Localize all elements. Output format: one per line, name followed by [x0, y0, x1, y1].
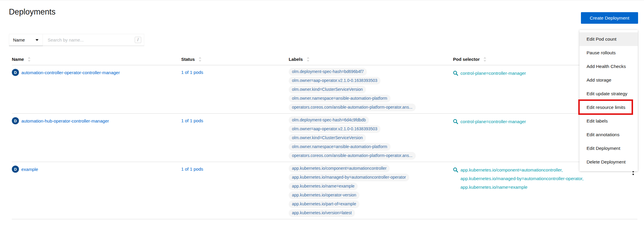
- search-input[interactable]: [44, 37, 135, 42]
- create-deployment-button[interactable]: Create Deployment: [581, 12, 638, 24]
- label-pill[interactable]: olm.owner.namespace=ansible-automation-p…: [289, 95, 391, 102]
- menu-item-delete-deployment[interactable]: Delete Deployment: [579, 155, 638, 169]
- column-header-name[interactable]: Name: [12, 57, 181, 62]
- label-pill[interactable]: app.kubernetes.io/name=example: [289, 182, 358, 190]
- status-cell: 1 of 1 pods: [181, 166, 289, 172]
- label-pill[interactable]: app.kubernetes.io/component=automationco…: [289, 165, 390, 172]
- column-header-label: Name: [12, 57, 24, 62]
- pod-selector-line: control-plane=controller-manager: [460, 117, 526, 126]
- column-header-label: Labels: [289, 57, 303, 62]
- search-box: /: [43, 34, 144, 46]
- table-header-row: NameStatusLabelsPod selector: [12, 57, 637, 65]
- table-row: Dexample1 of 1 podsapp.kubernetes.io/com…: [12, 162, 637, 219]
- pod-selector-link[interactable]: control-plane=controller-manager: [460, 69, 526, 77]
- menu-item-edit-update-strategy[interactable]: Edit update strategy: [579, 87, 638, 101]
- pod-selector-link[interactable]: control-plane=controller-manager: [460, 117, 526, 126]
- filter-toolbar: Name /: [9, 34, 144, 46]
- menu-item-edit-labels[interactable]: Edit labels: [579, 114, 638, 128]
- menu-item-edit-deployment[interactable]: Edit Deployment: [579, 142, 638, 155]
- deployments-table: NameStatusLabelsPod selector Dautomation…: [12, 57, 637, 219]
- label-pill[interactable]: olm.deployment-spec-hash=6d4c9fdbdb: [289, 116, 369, 124]
- table-row: Dautomation-hub-operator-controller-mana…: [12, 114, 637, 162]
- pods-status-link[interactable]: 1 of 1 pods: [181, 70, 203, 75]
- search-icon: [453, 71, 458, 77]
- actions-dropdown-menu: Edit Pod countPause rolloutsAdd Health C…: [579, 30, 638, 171]
- menu-item-edit-resource-limits-highlighted[interactable]: Edit resource limits: [579, 101, 638, 114]
- label-pill[interactable]: olm.owner.kind=ClusterServiceVersion: [289, 134, 366, 142]
- label-pill[interactable]: app.kubernetes.io/version=latest: [289, 209, 355, 217]
- filter-type-dropdown[interactable]: Name: [9, 34, 43, 46]
- deployment-name-link[interactable]: automation-controller-operator-controlle…: [21, 70, 120, 75]
- table-row: Dautomation-controller-operator-controll…: [12, 65, 637, 114]
- sort-icon[interactable]: [27, 57, 31, 62]
- status-cell: 1 of 1 pods: [181, 117, 289, 123]
- menu-item-edit-annotations[interactable]: Edit annotations: [579, 128, 638, 142]
- label-pill[interactable]: olm.owner=aap-operator.v2.1.0-0.16383935…: [289, 77, 380, 85]
- sort-icon[interactable]: [483, 57, 487, 62]
- pods-status-link[interactable]: 1 of 1 pods: [181, 118, 203, 123]
- pod-selector-link[interactable]: app.kubernetes.io/component=automationco…: [460, 166, 584, 191]
- sort-icon[interactable]: [198, 57, 202, 62]
- sort-icon[interactable]: [306, 57, 310, 62]
- labels-cell: olm.deployment-spec-hash=bd696b4f7olm.ow…: [289, 68, 453, 112]
- deployment-name-link[interactable]: example: [21, 167, 38, 172]
- menu-item-pause-rollouts[interactable]: Pause rollouts: [579, 46, 638, 60]
- column-header-label: Status: [181, 57, 195, 62]
- filter-type-label: Name: [13, 37, 25, 42]
- search-icon: [453, 119, 458, 126]
- pods-status-link[interactable]: 1 of 1 pods: [181, 166, 203, 172]
- column-header-status[interactable]: Status: [181, 57, 289, 62]
- pod-selector-line: app.kubernetes.io/managed-by=automationc…: [460, 174, 584, 183]
- menu-item-add-storage[interactable]: Add storage: [579, 73, 638, 87]
- label-pill[interactable]: olm.owner=aap-operator.v2.1.0-0.16383935…: [289, 125, 380, 133]
- pod-selector-line: control-plane=controller-manager: [460, 69, 526, 77]
- chevron-down-icon: [36, 39, 38, 41]
- page-title: Deployments: [9, 7, 56, 17]
- label-pill[interactable]: app.kubernetes.io/operator-version: [289, 191, 359, 199]
- search-icon: [453, 167, 458, 191]
- label-pill[interactable]: olm.deployment-spec-hash=bd696b4f7: [289, 68, 367, 76]
- pod-selector-line: app.kubernetes.io/name=example: [460, 183, 584, 191]
- menu-item-edit-pod-count[interactable]: Edit Pod count: [579, 32, 638, 46]
- column-header-labels[interactable]: Labels: [289, 57, 453, 62]
- status-cell: 1 of 1 pods: [181, 69, 289, 75]
- label-pill[interactable]: app.kubernetes.io/part-of=example: [289, 200, 359, 208]
- deployment-resource-icon: D: [12, 117, 19, 124]
- deployment-resource-icon: D: [12, 166, 19, 173]
- label-pill[interactable]: app.kubernetes.io/managed-by=automationc…: [289, 174, 409, 181]
- keyboard-shortcut-hint: /: [135, 37, 141, 43]
- label-pill[interactable]: olm.owner.namespace=ansible-automation-p…: [289, 143, 391, 151]
- deployment-resource-icon: D: [12, 69, 19, 76]
- menu-item-add-health-checks[interactable]: Add Health Checks: [579, 60, 638, 73]
- label-pill[interactable]: operators.coreos.com/ansible-automation-…: [289, 152, 416, 160]
- labels-cell: olm.deployment-spec-hash=6d4c9fdbdbolm.o…: [289, 116, 453, 161]
- pod-selector-line: app.kubernetes.io/component=automationco…: [460, 166, 584, 174]
- label-pill[interactable]: operators.coreos.com/ansible-automation-…: [289, 104, 416, 111]
- label-pill[interactable]: olm.owner.kind=ClusterServiceVersion: [289, 86, 366, 93]
- labels-cell: app.kubernetes.io/component=automationco…: [289, 165, 453, 218]
- name-cell: Dautomation-controller-operator-controll…: [12, 69, 181, 76]
- name-cell: Dautomation-hub-operator-controller-mana…: [12, 117, 181, 124]
- column-header-label: Pod selector: [453, 57, 480, 62]
- deployment-name-link[interactable]: automation-hub-operator-controller-manag…: [21, 118, 109, 123]
- name-cell: Dexample: [12, 166, 181, 173]
